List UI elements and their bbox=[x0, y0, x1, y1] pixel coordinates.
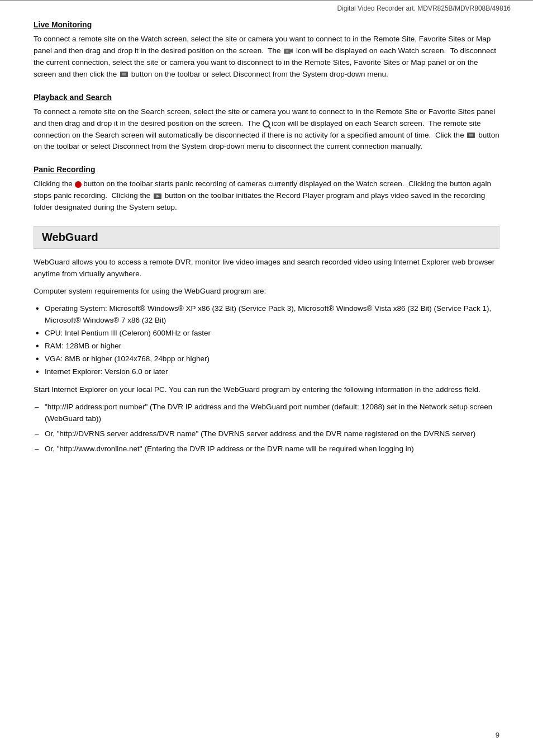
webguard-intro-2: Computer system requirements for using t… bbox=[34, 286, 499, 297]
webguard-after-req: Start Internet Explorer on your local PC… bbox=[34, 384, 499, 396]
header-title: Digital Video Recorder art. MDVR825B/MDV… bbox=[337, 4, 511, 12]
requirement-cpu: CPU: Intel Pentium III (Celeron) 600MHz … bbox=[34, 328, 499, 339]
requirement-ie: Internet Explorer: Version 6.0 or later bbox=[34, 366, 499, 378]
webguard-url-1: "http://IP address:port number" (The DVR… bbox=[34, 401, 499, 425]
live-monitoring-body: To connect a remote site on the Watch sc… bbox=[34, 34, 499, 81]
panic-recording-heading: Panic Recording bbox=[34, 165, 499, 174]
webguard-url-2: Or, "http://DVRNS server address/DVR nam… bbox=[34, 428, 499, 440]
disconnect-icon-1 bbox=[120, 70, 129, 78]
webguard-box: WebGuard bbox=[34, 226, 499, 249]
svg-rect-6 bbox=[469, 134, 473, 136]
search-icon bbox=[263, 120, 270, 127]
live-monitoring-heading: Live Monitoring bbox=[34, 20, 499, 29]
playback-search-body: To connect a remote site on the Search s… bbox=[34, 106, 499, 153]
requirement-vga: VGA: 8MB or higher (1024x768, 24bpp or h… bbox=[34, 353, 499, 365]
section-panic-recording: Panic Recording Clicking the button on t… bbox=[34, 165, 499, 214]
page-content: Live Monitoring To connect a remote site… bbox=[0, 15, 533, 494]
webguard-heading: WebGuard bbox=[42, 231, 491, 244]
section-live-monitoring: Live Monitoring To connect a remote site… bbox=[34, 20, 499, 81]
page-header: Digital Video Recorder art. MDVR825B/MDV… bbox=[0, 0, 533, 15]
requirement-ram: RAM: 128MB or higher bbox=[34, 341, 499, 352]
page-number: 9 bbox=[496, 731, 499, 739]
svg-point-2 bbox=[286, 50, 289, 53]
section-playback-search: Playback and Search To connect a remote … bbox=[34, 93, 499, 153]
webguard-section: WebGuard allows you to access a remote D… bbox=[34, 257, 499, 455]
panic-recording-body: Clicking the button on the toolbar start… bbox=[34, 178, 499, 214]
webguard-intro-1: WebGuard allows you to access a remote D… bbox=[34, 257, 499, 280]
svg-rect-4 bbox=[122, 73, 126, 75]
playback-search-heading: Playback and Search bbox=[34, 93, 499, 102]
requirement-os: Operating System: Microsoft® Windows® XP… bbox=[34, 303, 499, 327]
webguard-url-3: Or, "http://www.dvronline.net" (Entering… bbox=[34, 443, 499, 455]
play-icon bbox=[153, 192, 162, 200]
camera-icon bbox=[283, 47, 293, 55]
svg-marker-1 bbox=[291, 49, 293, 53]
requirements-list: Operating System: Microsoft® Windows® XP… bbox=[34, 303, 499, 378]
disconnect-icon-2 bbox=[467, 131, 475, 139]
record-icon bbox=[75, 181, 82, 188]
webguard-urls: "http://IP address:port number" (The DVR… bbox=[34, 401, 499, 455]
